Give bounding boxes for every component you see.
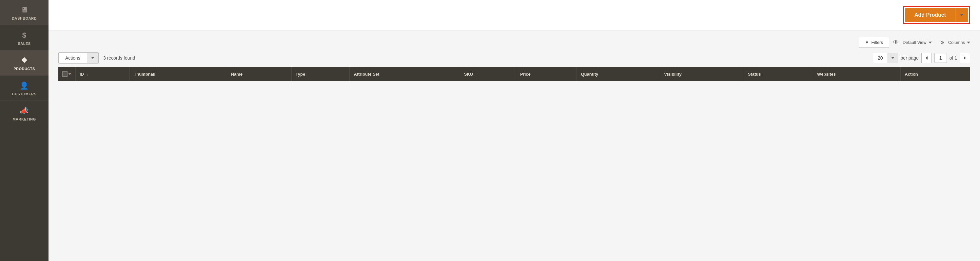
th-attribute-set-label: Attribute Set: [354, 72, 379, 77]
per-page-select[interactable]: 20: [873, 53, 898, 63]
table-header-row: ID ↓ Thumbnail Name Type Attribute Set: [58, 67, 970, 81]
sales-icon: $: [22, 31, 27, 40]
th-quantity-label: Quantity: [581, 72, 598, 77]
th-sku-label: SKU: [464, 72, 473, 77]
th-status-label: Status: [748, 72, 761, 77]
records-found: 3 records found: [103, 55, 135, 60]
sort-icon: ↓: [86, 73, 88, 76]
content-area: ▼ Filters 👁 Default View ⚙ Columns Actio…: [49, 30, 980, 261]
current-page[interactable]: 1: [934, 53, 947, 63]
th-quantity: Quantity: [577, 67, 660, 81]
sidebar-item-marketing[interactable]: 📣 Marketing: [0, 101, 49, 126]
actions-dropdown[interactable]: Actions: [58, 52, 99, 63]
sidebar-item-marketing-label: Marketing: [13, 117, 36, 121]
per-page-arrow-icon[interactable]: [888, 53, 898, 63]
per-page-value: 20: [873, 53, 888, 63]
gear-icon: ⚙: [940, 40, 944, 46]
page-of-label: of 1: [950, 55, 957, 60]
sidebar-item-products-label: Products: [13, 67, 35, 71]
toolbar-divider: [936, 39, 936, 46]
sidebar-item-customers[interactable]: 👤 Customers: [0, 76, 49, 101]
products-table: ID ↓ Thumbnail Name Type Attribute Set: [58, 67, 970, 81]
th-type-label: Type: [296, 72, 305, 77]
select-all-checkbox[interactable]: [62, 71, 67, 77]
per-page-label: per page: [901, 55, 919, 60]
chevron-left-icon: [926, 56, 928, 60]
sidebar-item-dashboard[interactable]: 🖥 Dashboard: [0, 0, 49, 25]
chevron-down-icon: [960, 14, 963, 16]
th-sku: SKU: [460, 67, 516, 81]
checkbox-th: [62, 71, 72, 77]
sidebar-item-sales-label: Sales: [18, 41, 30, 46]
prev-page-button[interactable]: [921, 53, 932, 63]
th-id[interactable]: ID ↓: [76, 67, 130, 81]
th-websites: Websites: [813, 67, 901, 81]
sidebar: 🖥 Dashboard $ Sales ❖ Products 👤 Custome…: [0, 0, 49, 261]
per-page-chevron-down-icon: [891, 57, 894, 59]
toolbar: ▼ Filters 👁 Default View ⚙ Columns: [58, 37, 970, 48]
columns-chevron-icon: [967, 41, 970, 44]
actions-chevron-down-icon: [91, 57, 94, 59]
sidebar-item-products[interactable]: ❖ Products: [0, 51, 49, 76]
actions-label: Actions: [59, 53, 87, 63]
th-id-label: ID: [80, 72, 84, 77]
th-price-label: Price: [520, 72, 531, 77]
default-view-selector[interactable]: Default View: [903, 40, 932, 45]
th-checkbox: [58, 67, 76, 81]
actions-row: Actions 3 records found 20 per page: [58, 52, 970, 63]
th-status: Status: [744, 67, 813, 81]
actions-left: Actions 3 records found: [58, 52, 135, 63]
th-price: Price: [516, 67, 577, 81]
checkbox-chevron-icon[interactable]: [68, 73, 72, 75]
chevron-right-icon: [964, 56, 966, 60]
view-chevron-icon: [929, 41, 932, 44]
columns-button[interactable]: Columns: [948, 40, 970, 45]
add-product-wrapper: Add Product: [903, 6, 970, 24]
sidebar-item-customers-label: Customers: [12, 92, 37, 96]
sidebar-item-sales[interactable]: $ Sales: [0, 25, 49, 51]
default-view-label: Default View: [903, 40, 927, 45]
actions-arrow-icon[interactable]: [87, 53, 98, 63]
marketing-icon: 📣: [20, 107, 29, 115]
th-visibility: Visibility: [660, 67, 744, 81]
columns-label: Columns: [948, 40, 965, 45]
th-name-label: Name: [231, 72, 243, 77]
th-websites-label: Websites: [817, 72, 836, 77]
pagination: 20 per page 1 of 1: [873, 53, 970, 63]
eye-icon: 👁: [893, 39, 899, 46]
main-content: Add Product ▼ Filters 👁 Default View ⚙ C…: [49, 0, 980, 261]
products-icon: ❖: [21, 56, 28, 65]
add-product-dropdown-button[interactable]: [955, 8, 968, 22]
sidebar-item-dashboard-label: Dashboard: [12, 16, 37, 20]
th-thumbnail: Thumbnail: [130, 67, 227, 81]
th-attribute-set: Attribute Set: [350, 67, 460, 81]
th-visibility-label: Visibility: [664, 72, 681, 77]
dashboard-icon: 🖥: [21, 6, 28, 14]
add-product-button[interactable]: Add Product: [905, 8, 955, 22]
header-bar: Add Product: [49, 0, 980, 30]
th-action-label: Action: [905, 72, 918, 77]
th-type: Type: [291, 67, 350, 81]
customers-icon: 👤: [20, 82, 29, 90]
add-product-label: Add Product: [915, 12, 946, 18]
filter-icon: ▼: [865, 40, 869, 45]
th-name: Name: [227, 67, 291, 81]
th-thumbnail-label: Thumbnail: [134, 72, 155, 77]
filters-button[interactable]: ▼ Filters: [859, 37, 889, 48]
next-page-button[interactable]: [960, 53, 970, 63]
th-action: Action: [901, 67, 970, 81]
filters-label: Filters: [872, 40, 883, 45]
